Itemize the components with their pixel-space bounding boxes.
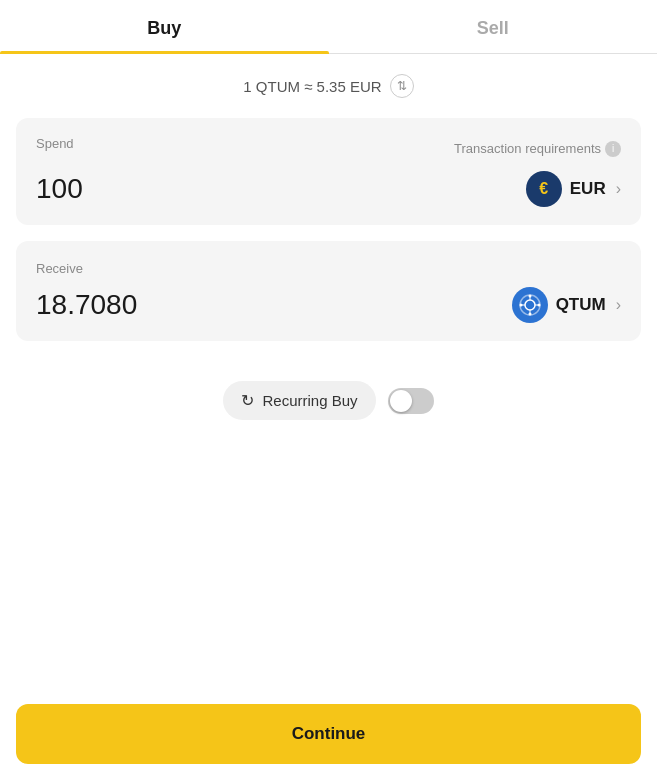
spend-amount: 100 [36, 173, 83, 205]
receive-label: Receive [36, 261, 83, 276]
recurring-buy-section: ↻ Recurring Buy [0, 357, 657, 444]
qtum-icon [512, 287, 548, 323]
receive-amount: 18.7080 [36, 289, 137, 321]
recurring-buy-toggle[interactable] [388, 388, 434, 414]
spend-label: Spend [36, 136, 74, 151]
continue-button[interactable]: Continue [16, 704, 641, 764]
eur-icon: € [526, 171, 562, 207]
spend-card: Spend Transaction requirements i 100 € E… [16, 118, 641, 225]
eur-chevron-icon: › [616, 180, 621, 198]
transaction-req: Transaction requirements i [454, 141, 621, 157]
info-icon[interactable]: i [605, 141, 621, 157]
exchange-rate-text: 1 QTUM ≈ 5.35 EUR [243, 78, 381, 95]
recurring-buy-label: Recurring Buy [262, 392, 357, 409]
recurring-buy-button[interactable]: ↻ Recurring Buy [223, 381, 375, 420]
tab-sell[interactable]: Sell [329, 0, 658, 53]
tab-buy[interactable]: Buy [0, 0, 329, 53]
qtum-chevron-icon: › [616, 296, 621, 314]
eur-currency-name: EUR [570, 179, 606, 199]
exchange-icon[interactable]: ⇅ [390, 74, 414, 98]
exchange-rate-row: 1 QTUM ≈ 5.35 EUR ⇅ [0, 54, 657, 118]
recurring-icon: ↻ [241, 391, 254, 410]
receive-card: Receive 18.7080 QTUM [16, 241, 641, 341]
qtum-currency-name: QTUM [556, 295, 606, 315]
qtum-currency-selector[interactable]: QTUM › [512, 287, 621, 323]
eur-currency-selector[interactable]: € EUR › [526, 171, 621, 207]
tab-bar: Buy Sell [0, 0, 657, 54]
svg-point-0 [512, 287, 548, 323]
